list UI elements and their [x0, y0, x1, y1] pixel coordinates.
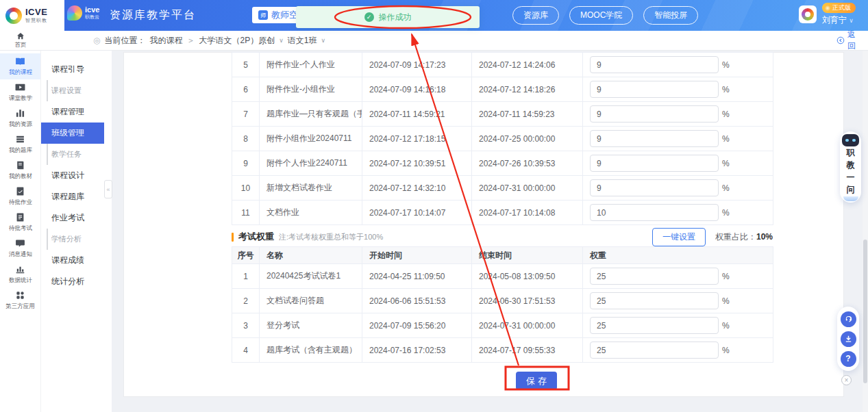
menu-item-课程管理[interactable]: 课程管理	[41, 101, 104, 123]
menu-item-课程题库[interactable]: 课程题库	[41, 186, 104, 207]
toast-message: 操作成功	[379, 12, 412, 23]
row-end-time: 2024-07-31 00:00:00	[472, 313, 583, 338]
row-index: 6	[232, 77, 260, 102]
sidebar-item-label: 消息通知	[8, 250, 32, 258]
menu-item-课程成绩[interactable]: 课程成绩	[41, 250, 104, 271]
percent-label: %	[722, 346, 730, 355]
download-button[interactable]	[841, 331, 856, 347]
textbook-icon	[15, 160, 25, 170]
sidebar-item-courses[interactable]: 我的课程	[0, 53, 40, 79]
weight-input[interactable]	[590, 130, 719, 147]
ai-assistant-widget[interactable]: 职教一问	[840, 131, 861, 203]
row-start-time: 2024-07-17 10:14:07	[362, 201, 472, 225]
scrollbar-thumb[interactable]	[863, 240, 867, 383]
menu-item-统计分析[interactable]: 统计分析	[41, 271, 104, 292]
weight-input[interactable]	[590, 292, 719, 309]
table-row: 10新增文档试卷作业2024-07-12 14:32:102024-07-31 …	[232, 176, 773, 201]
sidebar-collapse-button[interactable]: «	[104, 180, 112, 198]
icve-brand-subtitle: 智慧职教	[25, 17, 47, 24]
row-end-time: 2024-07-25 00:00:00	[472, 127, 583, 151]
one-click-set-button[interactable]: 一键设置	[652, 228, 706, 246]
row-index: 9	[232, 151, 260, 176]
percent-label: %	[722, 85, 730, 94]
weight-input[interactable]	[590, 56, 719, 73]
weight-input[interactable]	[590, 179, 719, 196]
user-area[interactable]: 正式版 刘育宁 ∨	[799, 3, 856, 26]
percent-label: %	[722, 159, 730, 168]
icve-brand-title: ICVE	[25, 7, 47, 17]
medal-icon	[825, 5, 830, 11]
sidebar-item-homework-review[interactable]: 待批作业	[0, 183, 40, 209]
breadcrumb-course[interactable]: 大学语文（2P）原创	[199, 35, 275, 47]
sidebar-item-label: 我的题库	[8, 146, 32, 154]
breadcrumb-row: 首页 ◎ 当前位置： 我的课程 ＞ 大学语文（2P）原创 ∨ 语文1班 ∨ 返回	[0, 31, 868, 51]
customer-service-button[interactable]	[841, 311, 856, 327]
ai-wave-decoration	[843, 196, 858, 201]
exam-weight-table: 序号 名称 开始时间 结束时间 权重 120240425考试试卷12024-04…	[232, 246, 773, 363]
message-icon	[15, 238, 25, 248]
row-weight-cell: %	[583, 338, 773, 363]
sidebar-item-statistics[interactable]: 数据统计	[0, 261, 40, 287]
weight-input[interactable]	[590, 204, 719, 221]
icve-spiral-logo-icon	[5, 8, 22, 24]
weight-input[interactable]	[590, 105, 719, 123]
row-start-time: 2024-07-09 14:17:23	[362, 53, 472, 77]
weight-input[interactable]	[590, 342, 719, 359]
close-toolbar-icon[interactable]: ×	[841, 375, 852, 385]
sidebar-item-label: 待批考试	[8, 224, 32, 232]
sidebar-item-third-party[interactable]: 第三方应用	[0, 287, 40, 313]
exam-review-icon	[15, 212, 25, 222]
percent-label: %	[722, 296, 730, 306]
menu-item-课程引导[interactable]: 课程引导	[41, 59, 104, 80]
menu-item-课程设计[interactable]: 课程设计	[41, 165, 104, 186]
resources-icon	[15, 108, 25, 118]
third-party-icon	[15, 290, 25, 300]
row-end-time: 2024-07-31 00:00:00	[472, 176, 583, 201]
sidebar-item-question-bank[interactable]: 我的题库	[0, 131, 40, 157]
row-index: 3	[232, 313, 260, 338]
robot-icon	[842, 134, 859, 146]
exam-weight-title: 考试权重	[238, 231, 274, 243]
sidebar-item-classroom[interactable]: 课堂教学	[0, 79, 40, 105]
table-row: 11文档作业2024-07-17 10:14:072024-07-17 10:1…	[232, 201, 773, 225]
weight-input[interactable]	[590, 268, 719, 285]
homework-weight-table: 5附件作业-个人作业2024-07-09 14:17:232024-07-12 …	[232, 52, 773, 225]
weight-input[interactable]	[590, 155, 719, 172]
row-name: 附件作业-个人作业	[260, 53, 362, 77]
weight-input[interactable]	[590, 81, 719, 98]
table-row: 9附件个人作业22407112024-07-12 10:39:512024-07…	[232, 151, 773, 176]
back-button[interactable]: 返回	[836, 31, 856, 50]
floating-toolbar: ?	[837, 307, 859, 371]
sidebar-item-message[interactable]: 消息通知	[0, 235, 40, 261]
sidebar-item-resources[interactable]: 我的资源	[0, 105, 40, 131]
sidebar-item-exam-review[interactable]: 待批考试	[0, 209, 40, 235]
content-card: 5附件作业-个人作业2024-07-09 14:17:232024-07-12 …	[123, 52, 844, 397]
section-accent-bar	[232, 233, 234, 242]
mooc-academy-button[interactable]: MOOC学院	[569, 6, 633, 25]
resource-library-button[interactable]: 资源库	[512, 6, 559, 25]
breadcrumb-my-courses[interactable]: 我的课程	[149, 35, 182, 47]
row-weight-cell: %	[583, 264, 773, 289]
col-header-start: 开始时间	[362, 247, 472, 264]
sidebar-item-home[interactable]: 首页	[0, 31, 41, 50]
row-weight-cell: %	[583, 151, 773, 176]
smart-cast-button[interactable]: 智能投屏	[643, 6, 698, 25]
weight-input[interactable]	[590, 317, 719, 334]
menu-item-作业考试[interactable]: 作业考试	[41, 207, 104, 229]
user-dropdown-caret-icon: ∨	[849, 17, 854, 24]
breadcrumb-class[interactable]: 语文1班	[288, 35, 317, 47]
col-header-weight: 权重	[583, 247, 773, 264]
sidebar-item-textbook[interactable]: 我的教材	[0, 157, 40, 183]
class-dropdown-caret-icon[interactable]: ∨	[321, 37, 325, 44]
menu-item-班级管理[interactable]: 班级管理	[41, 123, 104, 144]
course-dropdown-caret-icon[interactable]: ∨	[279, 37, 284, 44]
save-button[interactable]: 保存	[516, 372, 557, 390]
percent-label: %	[722, 183, 730, 193]
table-row: 3登分考试2024-07-09 15:56:202024-07-31 00:00…	[232, 313, 773, 338]
row-name: 文档作业	[260, 201, 362, 225]
menu-section-title: 学情分析	[47, 229, 112, 250]
row-name: 20240425考试试卷1	[260, 264, 362, 289]
help-button[interactable]: ?	[841, 351, 856, 367]
row-index: 1	[232, 264, 260, 289]
download-icon	[844, 335, 853, 344]
